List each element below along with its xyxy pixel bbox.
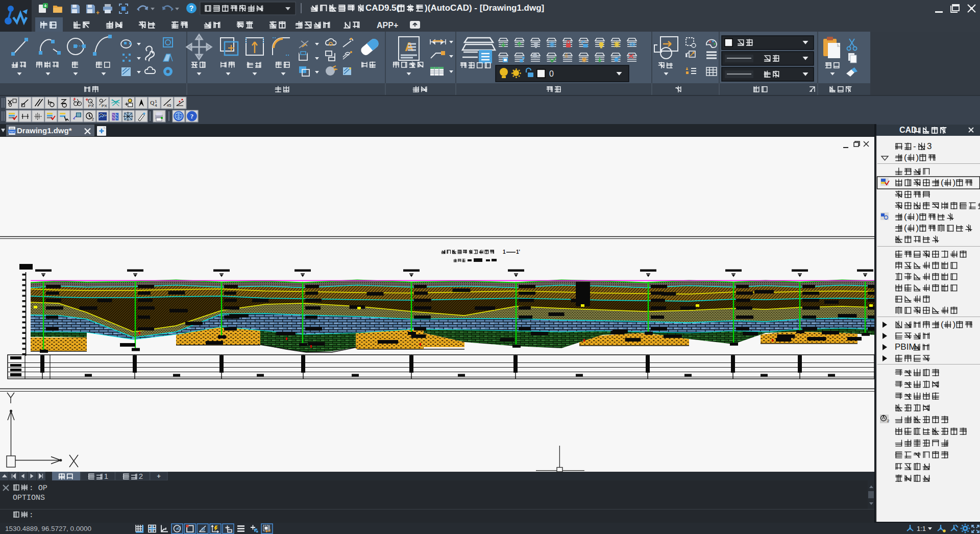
svg-text:2: 2 <box>139 472 143 480</box>
svg-text:2: 2 <box>92 117 94 122</box>
svg-text:): ) <box>916 223 919 233</box>
svg-text:1': 1' <box>516 249 520 255</box>
svg-text:)(AutoCAD) - [Drawing1.dwg]: )(AutoCAD) - [Drawing1.dwg] <box>425 3 544 13</box>
svg-text:): ) <box>953 178 956 187</box>
svg-text:Q: Q <box>150 100 154 106</box>
svg-text:(: ( <box>941 320 944 329</box>
svg-text:(: ( <box>904 153 907 162</box>
svg-text:CAD9.5(: CAD9.5( <box>365 3 399 13</box>
svg-text:PBIM: PBIM <box>895 342 916 352</box>
svg-text:Drawing1.dwg*: Drawing1.dwg* <box>17 126 72 135</box>
svg-text:APP+: APP+ <box>377 21 398 30</box>
svg-text:+: + <box>44 3 47 9</box>
svg-text:OPTIONS: OPTIONS <box>13 494 45 502</box>
svg-text:DWG: DWG <box>8 130 16 133</box>
svg-text:6: 6 <box>565 53 568 59</box>
svg-text:+: + <box>96 9 100 16</box>
svg-text:): ) <box>953 320 956 329</box>
svg-text:): ) <box>916 153 919 162</box>
svg-text:0: 0 <box>549 69 554 78</box>
svg-text:(: ( <box>941 178 944 187</box>
svg-text:+: + <box>157 472 161 480</box>
svg-text:45: 45 <box>167 103 172 108</box>
svg-text:3: 3 <box>927 141 932 151</box>
svg-text:): ) <box>916 212 919 222</box>
svg-text:-: - <box>913 141 916 151</box>
svg-text:1: 1 <box>503 249 506 255</box>
svg-text:(: ( <box>904 212 907 222</box>
svg-text:?: ? <box>190 112 194 120</box>
svg-text:: OP: : OP <box>29 484 47 493</box>
svg-text:1: 1 <box>104 472 108 480</box>
svg-text:4: 4 <box>155 103 157 108</box>
svg-text:PX: PX <box>102 104 107 108</box>
svg-text:PX: PX <box>88 104 94 108</box>
svg-text:2: 2 <box>887 419 890 423</box>
svg-text:(: ( <box>904 223 907 233</box>
svg-text:?: ? <box>189 4 194 12</box>
svg-text:1530.4889, 96.5727, 0.0000: 1530.4889, 96.5727, 0.0000 <box>5 525 91 532</box>
svg-text::: : <box>29 511 34 520</box>
svg-text:1:1: 1:1 <box>917 525 926 532</box>
